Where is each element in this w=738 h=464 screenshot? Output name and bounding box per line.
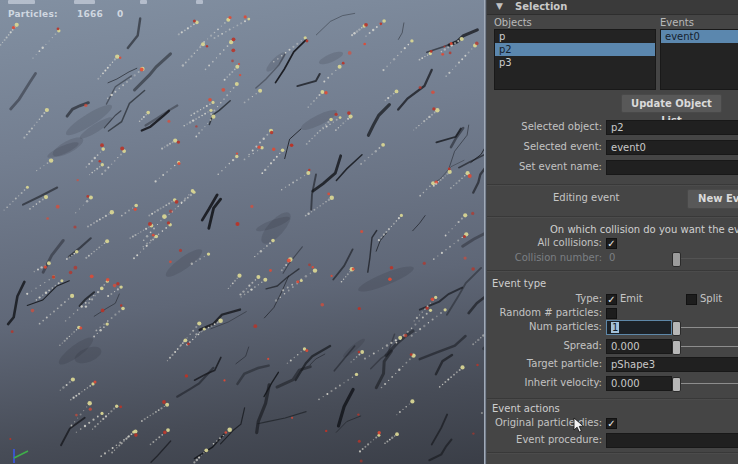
all-collisions-label: All collisions: xyxy=(487,237,602,248)
selected-event-field[interactable]: event0 xyxy=(606,140,738,155)
original-particle-dies-checkbox[interactable] xyxy=(606,418,617,429)
objects-list-item-p3[interactable]: p3 xyxy=(495,56,655,69)
random-particles-checkbox[interactable] xyxy=(606,308,617,319)
original-particle-dies-label: Original particle dies: xyxy=(487,417,602,428)
selection-section-header[interactable]: ▼ Selection xyxy=(487,0,738,15)
selected-object-field[interactable]: p2 xyxy=(606,120,738,135)
divider xyxy=(487,452,738,454)
slider-track xyxy=(680,327,738,328)
slider-track xyxy=(680,258,738,259)
hud-particles-count: 1666 xyxy=(77,9,103,19)
collapse-triangle-icon: ▼ xyxy=(496,1,503,11)
hud-particles-selected: 0 xyxy=(117,9,123,19)
collision-number-value: 0 xyxy=(609,252,615,263)
all-collisions-checkbox[interactable] xyxy=(606,238,617,249)
inherit-velocity-label: Inherit velocity: xyxy=(487,377,602,388)
events-list-item-event0[interactable]: event0 xyxy=(661,30,738,43)
set-event-name-label: Set event name: xyxy=(487,161,602,172)
slider-handle[interactable] xyxy=(672,252,681,267)
collision-events-panel: ▼ Selection Objects Events p p2 p3 event… xyxy=(487,0,738,464)
random-particles-label: Random # particles: xyxy=(487,307,602,318)
event-procedure-field[interactable] xyxy=(606,433,738,448)
divider xyxy=(487,398,738,400)
update-object-list-button[interactable]: Update Object List xyxy=(621,94,722,113)
slider-handle[interactable] xyxy=(672,377,681,392)
num-particles-selected-text: 1 xyxy=(611,322,619,333)
event-procedure-label: Event procedure: xyxy=(487,434,602,445)
emit-checkbox[interactable] xyxy=(606,294,617,305)
slider-track xyxy=(680,346,738,347)
event-type-section-title: Event type xyxy=(492,278,546,289)
events-list-label: Events xyxy=(660,17,694,28)
num-particles-label: Num particles: xyxy=(487,321,602,332)
slider-handle[interactable] xyxy=(672,340,681,355)
divider xyxy=(487,270,738,272)
new-event-button[interactable]: New Event xyxy=(687,189,738,209)
objects-list-item-p2[interactable]: p2 xyxy=(495,43,655,56)
spread-label: Spread: xyxy=(487,340,602,351)
set-event-name-field[interactable] xyxy=(606,160,738,175)
objects-list-item-p[interactable]: p xyxy=(495,30,655,43)
collision-number-label: Collision number: xyxy=(487,252,602,263)
viewport-3d[interactable]: Particles: 1666 0 xyxy=(0,0,484,464)
split-label: Split xyxy=(700,293,722,304)
selected-event-label: Selected event: xyxy=(487,141,602,152)
editing-event-label: Editing event xyxy=(553,192,620,203)
objects-list-label: Objects xyxy=(494,17,532,28)
selection-section-title: Selection xyxy=(515,1,567,12)
collision-question-text: On which collision do you want the event… xyxy=(550,224,738,235)
split-checkbox[interactable] xyxy=(686,294,697,305)
slider-track xyxy=(680,383,738,384)
slider-handle[interactable] xyxy=(672,321,681,336)
maya-window: Particles: 1666 0 ▼ Selection Objects Ev… xyxy=(0,0,738,464)
target-particle-label: Target particle: xyxy=(487,358,602,369)
emit-label: Emit xyxy=(620,293,643,304)
divider xyxy=(487,184,738,186)
inherit-velocity-field[interactable]: 0.000 xyxy=(606,376,672,391)
type-label: Type: xyxy=(487,293,602,304)
hud-particles-label: Particles: xyxy=(8,9,58,19)
target-particle-field[interactable]: pShape3 xyxy=(606,357,738,372)
particle-field xyxy=(0,0,484,464)
selected-object-label: Selected object: xyxy=(487,121,602,132)
events-list: event0 xyxy=(660,29,738,90)
objects-list: p p2 p3 xyxy=(494,29,656,90)
hud-clipped-row xyxy=(0,0,484,4)
divider xyxy=(487,216,738,218)
event-actions-section-title: Event actions xyxy=(492,403,560,414)
num-particles-field[interactable]: 1 xyxy=(606,320,672,335)
spread-field[interactable]: 0.000 xyxy=(606,339,672,354)
